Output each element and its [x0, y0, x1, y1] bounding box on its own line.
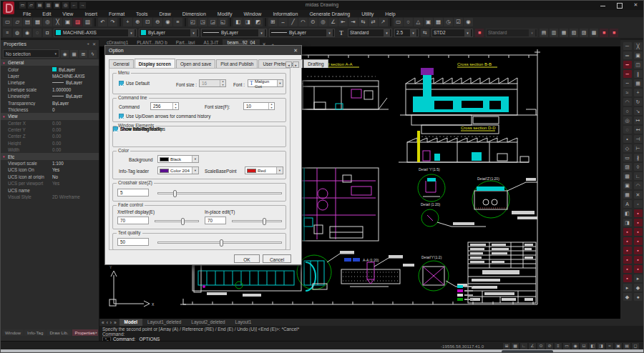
spin-down-icon[interactable]: ▾	[220, 84, 225, 87]
table-style-dropdown[interactable]: Standard ▾	[486, 29, 537, 37]
spline-icon[interactable]: ≈	[623, 89, 632, 96]
menu-item[interactable]: Format	[104, 11, 130, 16]
rotate-3d-icon[interactable]: ▪	[634, 256, 643, 264]
menu-font-size-input[interactable]: 16 ▴▾	[199, 79, 226, 87]
spline-edit-icon[interactable]: ▪	[634, 209, 643, 217]
quick-select-icon[interactable]: ◉	[61, 50, 69, 58]
command-line-panel[interactable]: Specify the second point or [Array (A) /…	[99, 326, 644, 341]
add-selected-icon[interactable]: ⊞	[79, 50, 87, 58]
chevron-down-icon[interactable]: ▾	[384, 29, 390, 36]
property-row[interactable]: ▾ Width 0.00	[1, 146, 99, 153]
slider-thumb[interactable]	[173, 190, 177, 197]
chevron-down-icon[interactable]: ▾	[410, 29, 416, 36]
rectangle-icon[interactable]: ▭	[623, 154, 632, 161]
property-row[interactable]: ▾ View	[1, 113, 99, 119]
menu-item[interactable]: View	[57, 11, 78, 16]
menu-item[interactable]: Window	[238, 11, 266, 16]
menu-item[interactable]: Information	[268, 11, 303, 16]
layer-walk-icon[interactable]: ▥	[550, 29, 558, 37]
extend-icon[interactable]: ⊢	[634, 144, 643, 152]
close-button[interactable]: ✕	[633, 2, 639, 8]
chevron-down-icon[interactable]: ▾	[192, 156, 198, 162]
shade-hidden-icon[interactable]: ◩	[253, 18, 263, 26]
save-as-icon[interactable]: ▥	[45, 2, 52, 9]
menu-item[interactable]: File	[18, 11, 36, 16]
menu-item[interactable]: Generate Drawing	[304, 11, 355, 16]
move-icon[interactable]: +	[634, 89, 643, 96]
infotag-color-dropdown[interactable]: Color 204 ▾	[157, 166, 199, 174]
ok-button[interactable]: OK	[234, 254, 260, 263]
open-icon[interactable]: ▱	[28, 2, 34, 9]
property-row[interactable]: ▾ Transparency ByLayer	[1, 99, 99, 106]
menu-item[interactable]: Insert	[79, 11, 102, 16]
lengthen-icon[interactable]: ↤	[634, 126, 643, 134]
menu-item[interactable]: Tools	[131, 11, 152, 16]
layer-sun-icon[interactable]: ◉	[23, 29, 31, 37]
layout-tab[interactable]: Model	[119, 319, 142, 326]
property-row[interactable]: ▾ Lineweight ByLayer	[1, 93, 99, 99]
construction-line-icon[interactable]: ━	[623, 61, 632, 69]
chevron-down-icon[interactable]: ▾	[190, 29, 197, 36]
dim-ordinate-icon[interactable]: ⇆	[358, 18, 368, 26]
mirror-icon[interactable]: ◫	[634, 61, 643, 69]
preview-icon[interactable]: ◎	[62, 2, 69, 9]
toolbar-icon[interactable]	[390, 18, 391, 26]
overkill-icon[interactable]: ●	[634, 293, 643, 301]
xref-display-slider[interactable]	[155, 220, 199, 222]
undo-icon[interactable]: ↶	[98, 18, 107, 26]
chevron-down-icon[interactable]: ▾	[128, 29, 135, 36]
sketch-icon[interactable]: ▪	[623, 274, 632, 282]
circle-icon[interactable]: ○	[623, 107, 632, 115]
layer-on-icon[interactable]: ◍	[13, 29, 21, 37]
new-icon[interactable]: ▭	[19, 2, 26, 9]
window-element-checkbox[interactable]: Show Info-Tag leader	[113, 126, 163, 131]
gradient-icon[interactable]: ▩	[623, 172, 632, 180]
polyline-icon[interactable]: ╌	[623, 79, 632, 87]
layer-delete-icon[interactable]: ▩	[590, 29, 598, 37]
view-sw-icon[interactable]: ◱	[218, 18, 228, 26]
revision-circle-icon[interactable]: ○	[404, 18, 413, 26]
ortho-icon[interactable]: ∟	[520, 343, 527, 349]
match-properties-icon[interactable]: ▥	[83, 18, 92, 26]
prev-layout-icon[interactable]: ‹	[107, 320, 108, 325]
copy-icon[interactable]: ▣	[63, 18, 72, 26]
hatch-icon[interactable]: ▨	[623, 163, 632, 171]
property-row[interactable]: ▾ Linetype ByLayer	[1, 79, 99, 86]
layer-isolate-icon[interactable]: ▧	[570, 29, 578, 37]
ellipse-icon[interactable]: ◎	[318, 18, 328, 26]
panel-tab[interactable]: Info-Tag	[24, 329, 46, 336]
select-similar-icon[interactable]: ▦	[70, 50, 78, 58]
property-row[interactable]: ▾ Thickness 0	[1, 106, 99, 113]
boundary-icon[interactable]: ▪	[623, 247, 632, 254]
annotation-scale-icon[interactable]: ■	[610, 29, 618, 37]
pin-icon[interactable]: +	[87, 41, 89, 46]
property-row[interactable]: ▾ Center X 0.00	[1, 120, 99, 126]
lineweight-dropdown[interactable]: ByLayer ▾	[269, 29, 335, 37]
color-dropdown[interactable]: ByLayer ▾	[139, 29, 199, 37]
toggle-pickadd-icon[interactable]: ϟ	[89, 50, 97, 58]
chevron-down-icon[interactable]: ▾	[258, 29, 265, 36]
xref-display-input[interactable]: 70	[117, 217, 149, 224]
slider-thumb[interactable]	[220, 239, 223, 247]
property-row[interactable]: ▾ UCS name	[1, 187, 99, 193]
chevron-down-icon[interactable]: ▾	[277, 80, 283, 86]
point-icon[interactable]: •	[623, 135, 632, 143]
slider-thumb[interactable]	[263, 218, 266, 225]
minimize-button[interactable]	[600, 2, 606, 8]
list-icon[interactable]: ≡	[173, 18, 182, 26]
check-icon[interactable]: ☑	[454, 18, 463, 26]
properties-icon[interactable]: ▸	[634, 274, 643, 282]
shade-3d-icon[interactable]: ◨	[243, 18, 253, 26]
move-3d-icon[interactable]: ▪	[634, 247, 643, 254]
back-icon[interactable]: ←	[71, 2, 77, 9]
info-icon[interactable]: ◉	[163, 18, 172, 26]
toolbar-icon[interactable]	[119, 18, 121, 26]
panel-tab[interactable]: Draw Lib.	[47, 329, 71, 336]
donut-icon[interactable]: ◎	[623, 116, 632, 124]
chevron-down-icon[interactable]: ▾	[276, 167, 283, 174]
cancel-button[interactable]: Cancel	[263, 254, 291, 263]
dim-scale-dropdown[interactable]: 2.5 ▾	[394, 29, 419, 37]
updown-history-checkbox[interactable]: Use Up/Down arrows for command history	[119, 114, 210, 119]
layer-lock-icon[interactable]: ◘	[43, 29, 52, 37]
slider-thumb[interactable]	[181, 218, 185, 225]
